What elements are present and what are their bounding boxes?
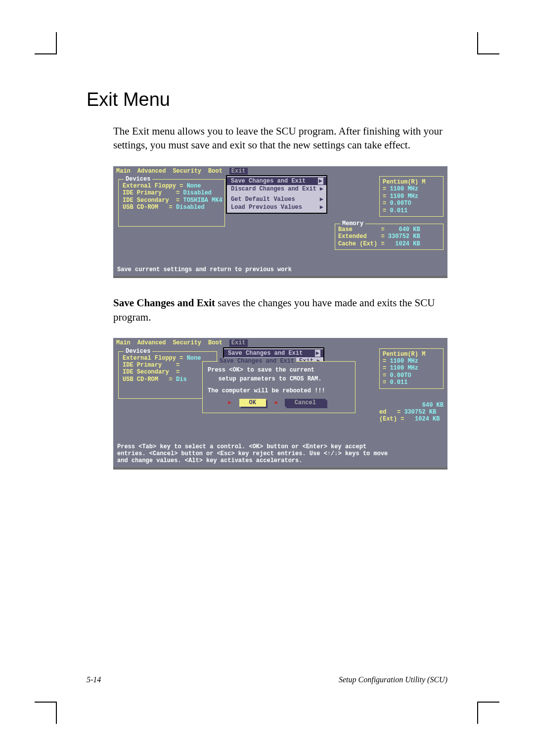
- device-row: USB CD-ROM = Disabled: [123, 204, 221, 211]
- arrow-icon: ▶: [320, 204, 323, 211]
- sysinfo-row: = 0.011: [383, 379, 440, 386]
- ok-button[interactable]: OK: [239, 399, 266, 407]
- dialog-text: Press <OK> to save the current: [208, 367, 350, 374]
- menu-exit[interactable]: Exit: [229, 168, 248, 175]
- save-exit-paragraph: Save Changes and Exit saves the changes …: [113, 296, 447, 324]
- dialog-text: The computer will be rebooted !!!: [208, 387, 350, 394]
- bios-helpbar: Press <Tab> key to select a control. <OK…: [113, 441, 447, 468]
- menu-security[interactable]: Security: [173, 168, 201, 175]
- sysinfo-row: = 0.00TO: [383, 372, 440, 379]
- memory-row: 640 KB: [379, 402, 444, 409]
- cpu-label: Pentium(R) M: [383, 351, 440, 358]
- cpu-label: Pentium(R) M: [383, 179, 440, 186]
- page-number: 5-14: [87, 675, 101, 684]
- device-row: USB CD-ROM = Dis: [123, 376, 213, 383]
- dialog-title: Save Changes and Exit: [218, 358, 296, 365]
- arrow-icon: ▶: [318, 178, 323, 185]
- menu-main[interactable]: Main: [116, 168, 131, 175]
- menu-boot[interactable]: Boot: [208, 339, 222, 346]
- exit-dropdown: Save Changes and Exit▶ Discard Changes a…: [226, 175, 327, 214]
- arrow-icon: ▶: [320, 196, 323, 203]
- device-row: IDE Secondary = TOSHIBA MK4: [123, 197, 221, 204]
- memory-row: (Ext) = 1024 KB: [379, 416, 444, 423]
- bios-screenshot-2: Main Advanced Security Boot Exit Devices…: [113, 338, 447, 468]
- devices-legend: Devices: [124, 348, 152, 355]
- memory-legend: Memory: [340, 220, 365, 227]
- memory-row: Cache (Ext) = 1024 KB: [338, 240, 440, 247]
- sysinfo-row: = 1100 MHz: [383, 193, 440, 200]
- menu-boot[interactable]: Boot: [208, 168, 222, 175]
- device-row: IDE Primary =: [123, 362, 213, 369]
- menu-main[interactable]: Main: [116, 339, 131, 346]
- arrow-icon: ▶: [320, 186, 323, 192]
- memory-row: ed = 330752 KB: [379, 409, 444, 416]
- sysinfo-row: = 1100 MHz: [383, 186, 440, 192]
- bios-menubar: Main Advanced Security Boot Exit: [113, 166, 447, 175]
- exit-load-previous[interactable]: Load Previous Values▶: [227, 203, 326, 211]
- memory-row: Extended = 330752 KB: [338, 233, 440, 240]
- bios-screenshot-1: Main Advanced Security Boot Exit Devices…: [113, 166, 447, 277]
- exit-get-defaults[interactable]: Get Default Values▶: [227, 195, 326, 203]
- page-title: Exit Menu: [87, 89, 447, 110]
- arrow-left-icon: ▶: [228, 399, 231, 406]
- exit-save-changes[interactable]: Save Changes and Exit▶: [227, 177, 326, 185]
- bios-menubar: Main Advanced Security Boot Exit: [113, 338, 447, 347]
- device-row: External Floppy = None: [123, 355, 213, 362]
- footer-title: Setup Configuration Utility (SCU): [339, 675, 447, 684]
- exit-discard-changes[interactable]: Discard Changes and Exit▶: [227, 185, 326, 193]
- devices-legend: Devices: [124, 176, 152, 183]
- menu-advanced[interactable]: Advanced: [137, 339, 166, 346]
- menu-exit[interactable]: Exit: [229, 339, 248, 346]
- bios-helpbar: Save current settings and return to prev…: [113, 264, 447, 276]
- exit-save-changes[interactable]: Save Changes and Exit▶: [224, 349, 323, 357]
- device-row: IDE Secondary =: [123, 369, 213, 376]
- sysinfo-row: = 0.011: [383, 207, 440, 214]
- save-confirm-dialog: Save Changes and Exit Press <OK> to save…: [202, 361, 356, 414]
- arrow-icon: ▶: [315, 350, 320, 357]
- device-row: IDE Primary = Disabled: [123, 189, 221, 196]
- sysinfo-row: = 0.00TO: [383, 200, 440, 207]
- sysinfo-row: = 1100 MHz: [383, 358, 440, 365]
- sysinfo-row: = 1100 MHz: [383, 365, 440, 372]
- dialog-text: setup parameters to CMOS RAM.: [208, 376, 350, 382]
- intro-paragraph: The Exit menu allows you to leave the SC…: [113, 124, 447, 152]
- arrow-right-icon: ◀: [273, 399, 277, 406]
- cancel-button[interactable]: Cancel: [285, 399, 326, 407]
- menu-security[interactable]: Security: [173, 339, 201, 346]
- device-row: External Floppy = None: [123, 183, 221, 189]
- menu-advanced[interactable]: Advanced: [137, 168, 166, 175]
